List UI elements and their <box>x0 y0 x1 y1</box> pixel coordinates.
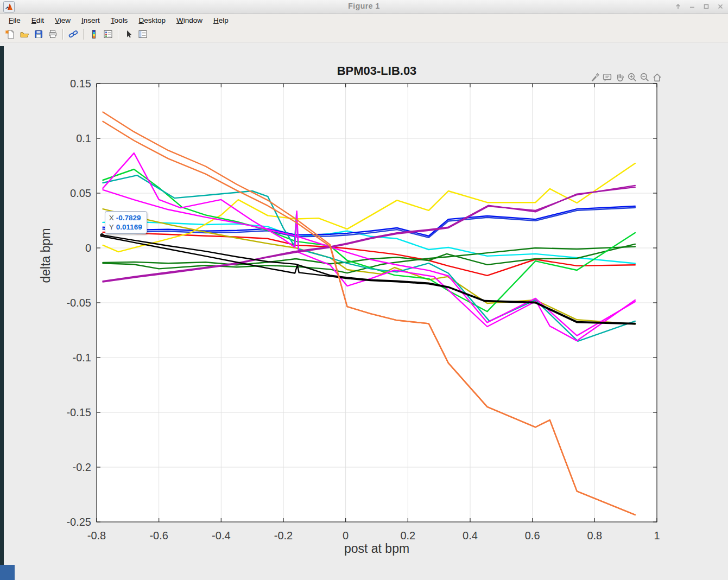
datatip-y-row: Y0.01169 <box>109 222 142 232</box>
toolbar-separator <box>62 29 64 40</box>
datatip[interactable]: X-0.7829 Y0.01169 <box>105 211 147 234</box>
link-plot-icon[interactable] <box>67 28 80 41</box>
y-tick-label: -0.25 <box>66 516 91 528</box>
minimize-button[interactable] <box>688 2 697 11</box>
window-controls <box>674 2 725 11</box>
plot-tools-icon[interactable] <box>136 28 149 41</box>
chart-title: BPM03-LIB.03 <box>97 64 657 78</box>
new-document-icon[interactable] <box>4 28 17 41</box>
x-tick-label: 0.6 <box>525 530 540 541</box>
menu-item-edit[interactable]: Edit <box>26 15 49 26</box>
toolbar-separator <box>118 29 119 40</box>
y-tick-label: 0 <box>85 242 91 254</box>
x-tick-label: 0.4 <box>463 530 478 541</box>
datatip-y-value: 0.01169 <box>116 223 142 231</box>
y-tick-label: 0.05 <box>70 187 91 199</box>
maximize-button[interactable] <box>702 2 711 11</box>
x-tick-label: 0 <box>343 530 349 541</box>
y-axis-label: delta bpm <box>39 251 53 283</box>
menu-item-tools[interactable]: Tools <box>105 15 134 26</box>
x-tick-label: -0.8 <box>87 530 106 541</box>
x-tick-label: 1 <box>654 530 660 541</box>
menu-item-file[interactable]: File <box>3 15 26 26</box>
desktop-corner <box>0 565 15 580</box>
zoom-in-icon[interactable] <box>627 72 637 82</box>
print-icon[interactable] <box>46 28 59 41</box>
menu-item-help[interactable]: Help <box>208 15 234 26</box>
y-tick-label: -0.05 <box>66 297 91 309</box>
titlebar[interactable]: Figure 1 <box>0 0 728 14</box>
datatip-anchor-marker[interactable] <box>100 233 104 237</box>
x-tick-label: -0.4 <box>212 530 230 541</box>
menu-item-desktop[interactable]: Desktop <box>133 15 171 26</box>
datatip-x-label: X <box>109 214 114 222</box>
edit-plot-icon[interactable] <box>122 28 135 41</box>
pan-icon[interactable] <box>615 72 625 82</box>
shade-button[interactable] <box>674 2 682 11</box>
y-tick-label: 0.15 <box>70 78 91 90</box>
y-tick-label: -0.15 <box>66 406 91 418</box>
open-folder-icon[interactable] <box>18 28 31 41</box>
datatip-icon[interactable] <box>602 72 612 82</box>
x-tick-label: -0.6 <box>149 530 168 541</box>
menu-item-window[interactable]: Window <box>171 15 208 26</box>
datatip-x-row: X-0.7829 <box>109 213 142 222</box>
x-tick-label: 0.2 <box>400 530 415 541</box>
save-icon[interactable] <box>32 28 45 41</box>
x-axis-label: post at bpm <box>97 541 657 556</box>
y-tick-label: -0.2 <box>73 461 91 473</box>
background-window-sliver <box>0 46 4 580</box>
toolbar-separator <box>83 29 84 40</box>
menubar: FileEditViewInsertToolsDesktopWindowHelp <box>0 14 728 27</box>
x-tick-label: 0.8 <box>587 530 602 541</box>
y-tick-label: -0.1 <box>73 352 91 364</box>
zoom-out-icon[interactable] <box>640 72 650 82</box>
axes-toolbar <box>590 72 662 82</box>
close-button[interactable] <box>716 2 725 11</box>
brush-icon[interactable] <box>590 72 600 82</box>
menu-item-view[interactable]: View <box>49 15 76 26</box>
datatip-x-value: -0.7829 <box>116 214 141 222</box>
x-tick-label: -0.2 <box>274 530 293 541</box>
window-title: Figure 1 <box>0 2 728 10</box>
home-icon[interactable] <box>652 72 662 82</box>
insert-colorbar-icon[interactable] <box>87 28 100 41</box>
y-tick-label: 0.1 <box>76 132 91 144</box>
plot-area[interactable]: -0.8-0.6-0.4-0.200.20.40.60.810.150.10.0… <box>0 42 728 580</box>
insert-legend-icon[interactable] <box>102 28 115 41</box>
figure-window: Figure 1 FileEditViewInsertToolsDesktopW… <box>0 0 728 580</box>
menu-item-insert[interactable]: Insert <box>76 15 105 26</box>
figure-toolbar <box>0 27 728 42</box>
datatip-y-label: Y <box>109 223 114 231</box>
figure-canvas[interactable]: -0.8-0.6-0.4-0.200.20.40.60.810.150.10.0… <box>0 42 728 580</box>
